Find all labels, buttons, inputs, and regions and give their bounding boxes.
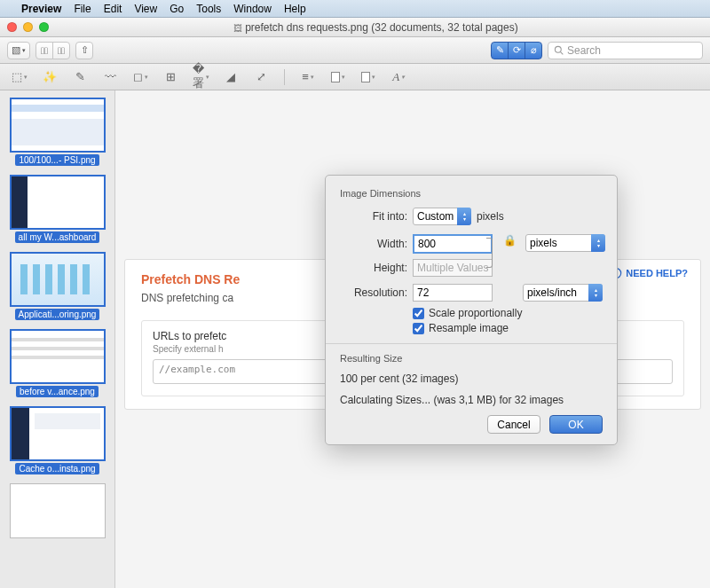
menubar: Preview File Edit View Go Tools Window H… [0,0,710,18]
zoom-window-button[interactable] [39,22,49,32]
select-stepper-icon: ▴▾ [591,234,605,252]
thumbnail-label: 100/100...- PSI.png [15,154,99,166]
selection-tool-icon[interactable]: ⬚ [12,70,27,84]
window-titlebar: prefetch dns requests.png (32 documents,… [0,18,710,37]
sign-icon[interactable]: �署 [193,70,208,84]
close-window-button[interactable] [7,22,17,32]
markup-toolbar: ⬚ ✨ ✎ 〰 ◻ ⊞ �署 ◢ ⤢ ≡ A [0,64,710,90]
minimize-window-button[interactable] [23,22,33,32]
result-calc: Calculating Sizes... (was 3,1 MB) for 32… [340,394,603,406]
highlight-button[interactable]: ✎ [491,42,509,59]
content-area: ? NEED HELP? Prefetch DNS Re DNS prefetc… [115,90,710,588]
annotation-toggle-group: ✎ ⟳ ⌀ [491,42,542,59]
text-icon[interactable]: ⊞ [163,70,178,84]
thumbnail-item[interactable]: Cache o...insta.png [5,406,109,474]
thumbnail-item[interactable]: 100/100...- PSI.png [5,98,109,166]
scale-checkbox-input[interactable] [413,308,424,319]
window-controls [7,22,49,32]
resample-checkbox-label: Resample image [429,322,509,334]
thumbnail-label: Cache o...insta.png [15,463,99,474]
fit-into-select[interactable]: Custom ▴▾ [413,208,471,225]
thumbnail-label: Applicati...oring.png [15,309,100,320]
resolution-unit-select[interactable]: pixels/inch ▴▾ [523,284,603,302]
adjust-size-dialog: Image Dimensions Fit into: Custom ▴▾ pix… [325,175,618,445]
adjust-color-icon[interactable]: ◢ [224,70,238,84]
adjust-size-icon[interactable]: ⤢ [254,70,268,84]
need-help-link[interactable]: ? NEED HELP? [610,267,688,279]
fill-color-icon[interactable] [361,70,375,84]
svg-point-0 [555,46,561,52]
thumbnail-item[interactable] [5,483,109,542]
svg-line-1 [561,52,564,55]
menu-tools[interactable]: Tools [196,3,221,15]
wh-unit-select[interactable]: pixels ▴▾ [525,234,605,252]
main-toolbar: ▧ ▾ －⃝ ＋⃝ ⇧ ✎ ⟳ ⌀ Search [0,37,710,64]
select-stepper-icon: ▴▾ [588,284,603,302]
stroke-color-icon[interactable] [331,70,345,84]
scale-proportionally-checkbox[interactable]: Scale proportionally [413,307,603,319]
height-input[interactable] [413,259,493,277]
shapes-icon[interactable]: ◻ [133,70,147,84]
menu-view[interactable]: View [134,3,157,15]
result-percent: 100 per cent (32 images) [340,372,603,385]
width-label: Width: [340,238,407,250]
search-input[interactable]: Search [548,42,703,59]
thumbnail-label: all my W...ashboard [15,231,100,243]
rotate-button[interactable]: ⟳ [508,42,525,59]
ok-button[interactable]: OK [549,415,603,434]
sketch-icon[interactable]: 〰 [103,70,117,84]
search-placeholder: Search [567,44,601,57]
markup-button[interactable]: ⌀ [525,42,542,59]
instant-alpha-icon[interactable]: ✨ [43,70,57,84]
thumbnail-item[interactable]: all my W...ashboard [5,175,109,243]
thumbnail-item[interactable]: before v...ance.png [5,329,109,397]
window-title: prefetch dns requests.png (32 documents,… [49,21,703,34]
resolution-label: Resolution: [340,286,407,299]
view-mode-button[interactable]: ▧ ▾ [7,42,30,59]
height-label: Height: [340,262,407,274]
font-style-icon[interactable]: A [391,70,406,84]
select-stepper-icon: ▴▾ [457,208,471,225]
menu-go[interactable]: Go [170,3,184,15]
zoom-in-button[interactable]: ＋⃝ [52,42,70,59]
menu-help[interactable]: Help [284,3,306,15]
scale-checkbox-label: Scale proportionally [429,307,522,319]
resample-image-checkbox[interactable]: Resample image [413,322,603,334]
fit-into-label: Fit into: [340,210,407,223]
menu-window[interactable]: Window [233,3,272,15]
resolution-input[interactable] [413,284,493,302]
share-button[interactable]: ⇧ [75,42,93,59]
search-icon [554,45,564,55]
thumbnail-item[interactable]: Applicati...oring.png [5,252,109,320]
zoom-out-button[interactable]: －⃝ [36,42,53,59]
zoom-group: －⃝ ＋⃝ [36,42,70,59]
menu-file[interactable]: File [74,3,91,15]
thumbnail-label [54,540,61,542]
fit-into-unit: pixels [477,210,504,223]
lock-icon[interactable]: 🔒 [503,234,517,247]
cancel-button[interactable]: Cancel [487,415,540,434]
thumbnail-label: before v...ance.png [16,386,99,397]
app-name[interactable]: Preview [21,3,61,15]
resample-checkbox-input[interactable] [413,323,424,334]
line-weight-icon[interactable]: ≡ [301,70,315,84]
width-input[interactable] [413,234,493,254]
draw-icon[interactable]: ✎ [73,70,87,84]
toolbar-divider [284,69,285,85]
workspace: 100/100...- PSI.png all my W...ashboard … [0,90,710,588]
menu-edit[interactable]: Edit [104,3,122,15]
thumbnail-sidebar[interactable]: 100/100...- PSI.png all my W...ashboard … [0,90,115,588]
dialog-section-result: Resulting Size [340,353,603,364]
dialog-section-dimensions: Image Dimensions [340,188,603,199]
